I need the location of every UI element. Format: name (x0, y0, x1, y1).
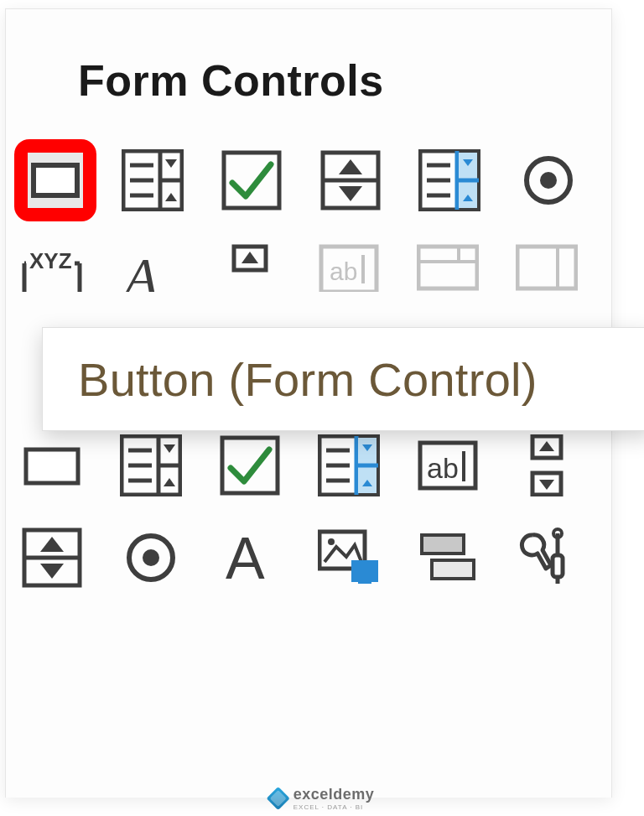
ax-morecontrols-icon[interactable] (516, 527, 578, 589)
watermark-logo-icon (267, 787, 290, 810)
label-icon[interactable]: A (120, 243, 182, 292)
ax-textbox-icon[interactable]: ab (417, 434, 479, 496)
svg-marker-48 (164, 444, 175, 453)
svg-marker-72 (40, 564, 64, 579)
svg-point-77 (328, 538, 335, 545)
activex-controls-row-2: A (21, 527, 611, 589)
svg-text:XYZ: XYZ (29, 248, 72, 273)
checkbox-icon[interactable] (221, 149, 283, 211)
tooltip: Button (Form Control) (42, 327, 644, 431)
svg-text:ab: ab (330, 257, 357, 285)
svg-marker-49 (164, 478, 175, 486)
ax-label-icon[interactable]: A (219, 527, 281, 589)
svg-marker-65 (539, 441, 554, 451)
svg-point-26 (540, 172, 557, 189)
groupbox-icon[interactable]: XYZ (21, 243, 83, 292)
combobox-icon[interactable] (122, 149, 184, 211)
activex-controls-row-1: ab (21, 434, 611, 496)
ax-spinbutton-icon[interactable] (21, 527, 83, 589)
svg-text:A: A (122, 247, 158, 292)
svg-marker-8 (165, 159, 177, 168)
svg-rect-41 (26, 450, 78, 483)
listbox-icon[interactable] (418, 149, 480, 211)
optionbutton-icon[interactable] (517, 149, 579, 211)
svg-text:ab: ab (427, 452, 459, 484)
ax-commandbutton-icon[interactable] (21, 434, 83, 496)
svg-rect-39 (517, 247, 576, 288)
svg-marker-71 (40, 537, 64, 552)
ax-optionbutton-icon[interactable] (120, 527, 182, 589)
svg-rect-1 (34, 165, 77, 195)
watermark-brand: exceldemy (293, 786, 375, 803)
ax-image-icon[interactable] (318, 527, 380, 589)
svg-marker-13 (339, 159, 362, 174)
svg-rect-79 (358, 579, 371, 584)
ax-scrollbar-icon[interactable] (516, 434, 578, 496)
ax-listbox-icon[interactable] (318, 434, 380, 496)
ax-checkbox-icon[interactable] (219, 434, 281, 496)
dropdown-icon (516, 243, 578, 292)
watermark: exceldemy EXCEL · DATA · BI (270, 786, 375, 811)
ax-togglebutton-icon[interactable] (417, 527, 479, 589)
tooltip-text: Button (Form Control) (78, 352, 538, 407)
watermark-tagline: EXCEL · DATA · BI (293, 803, 375, 811)
svg-rect-83 (553, 555, 563, 577)
svg-rect-36 (418, 247, 477, 288)
svg-marker-9 (165, 193, 177, 201)
ax-combobox-icon[interactable] (120, 434, 182, 496)
svg-marker-32 (242, 252, 258, 263)
textfield-icon: ab (318, 243, 380, 292)
svg-rect-81 (432, 560, 474, 579)
button-icon[interactable] (24, 149, 86, 211)
svg-text:A: A (226, 527, 265, 589)
combogrid-icon (417, 243, 479, 292)
spinner-icon[interactable] (319, 149, 382, 211)
form-controls-row-1 (21, 139, 611, 221)
form-controls-row-2: XYZ A ab (21, 243, 611, 292)
svg-marker-14 (339, 186, 362, 201)
scrollbar-icon[interactable] (219, 243, 281, 292)
form-controls-heading: Form Controls (78, 55, 611, 106)
svg-point-74 (143, 549, 159, 566)
svg-rect-80 (422, 535, 464, 554)
svg-marker-67 (539, 480, 554, 490)
button-highlight (14, 139, 96, 221)
